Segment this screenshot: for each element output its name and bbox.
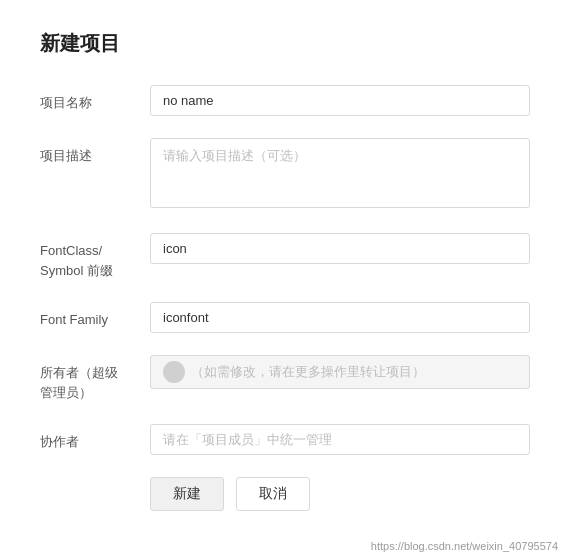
font-class-label: FontClass/ Symbol 前缀 xyxy=(40,233,150,280)
page-title: 新建项目 xyxy=(40,30,530,57)
project-desc-row: 项目描述 xyxy=(40,138,530,211)
font-family-field xyxy=(150,302,530,333)
project-name-field xyxy=(150,85,530,116)
owner-hint: （如需修改，请在更多操作里转让项目） xyxy=(191,363,425,381)
project-desc-field xyxy=(150,138,530,211)
project-name-input[interactable] xyxy=(150,85,530,116)
collaborator-input[interactable] xyxy=(150,424,530,455)
project-name-row: 项目名称 xyxy=(40,85,530,116)
owner-label: 所有者（超级 管理员） xyxy=(40,355,150,402)
font-class-row: FontClass/ Symbol 前缀 xyxy=(40,233,530,280)
font-class-input[interactable] xyxy=(150,233,530,264)
font-family-input[interactable] xyxy=(150,302,530,333)
owner-avatar xyxy=(163,361,185,383)
owner-field: （如需修改，请在更多操作里转让项目） xyxy=(150,355,530,389)
project-desc-label: 项目描述 xyxy=(40,138,150,166)
owner-row: 所有者（超级 管理员） （如需修改，请在更多操作里转让项目） xyxy=(40,355,530,402)
owner-display: （如需修改，请在更多操作里转让项目） xyxy=(150,355,530,389)
button-row: 新建 取消 xyxy=(40,477,530,511)
submit-button[interactable]: 新建 xyxy=(150,477,224,511)
collaborator-field xyxy=(150,424,530,455)
footer-url: https://blog.csdn.net/weixin_40795574 xyxy=(371,540,558,552)
font-family-row: Font Family xyxy=(40,302,530,333)
font-family-label: Font Family xyxy=(40,302,150,330)
project-name-label: 项目名称 xyxy=(40,85,150,113)
cancel-button[interactable]: 取消 xyxy=(236,477,310,511)
main-container: 新建项目 项目名称 项目描述 FontClass/ Symbol 前缀 Font… xyxy=(0,0,570,541)
collaborator-label: 协作者 xyxy=(40,424,150,452)
collaborator-row: 协作者 xyxy=(40,424,530,455)
font-class-field xyxy=(150,233,530,264)
project-desc-input[interactable] xyxy=(150,138,530,208)
